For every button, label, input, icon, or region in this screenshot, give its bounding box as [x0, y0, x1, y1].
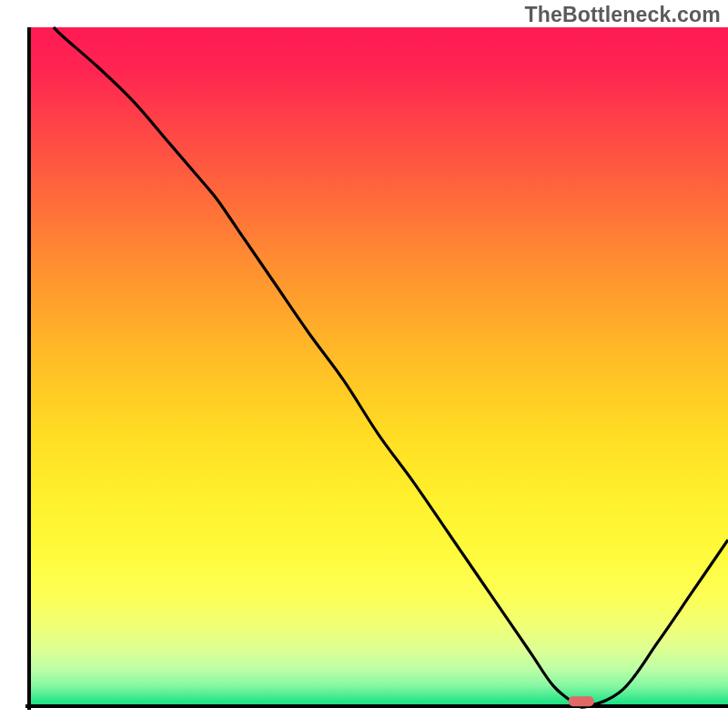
- watermark-text: TheBottleneck.com: [524, 3, 721, 27]
- bottleneck-chart: [0, 0, 728, 728]
- optimum-marker: [569, 696, 594, 706]
- plot-background: [29, 27, 728, 706]
